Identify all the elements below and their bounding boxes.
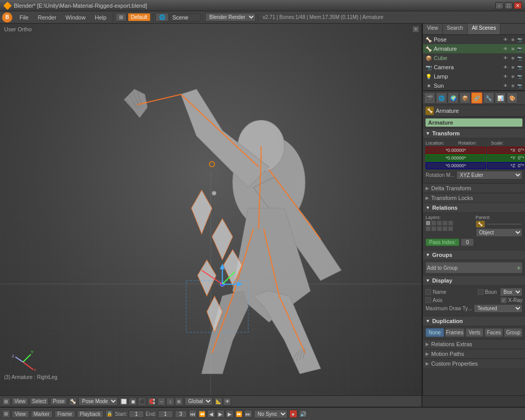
render-btn-cam[interactable]: 📷 [517,64,523,70]
layout-icon[interactable]: ⊞ [115,13,127,22]
outliner-item-pose[interactable]: 🦴 Pose 👁 ⊕ 📷 [423,35,525,44]
layer-3[interactable] [437,221,442,226]
rot-x-field[interactable] [487,147,525,154]
select-btn-arm[interactable]: ⊕ [510,46,516,52]
constraint-prop-icon[interactable]: 🔗 [471,92,482,104]
rot-y-field[interactable] [487,154,525,162]
pose-menu-btn[interactable]: Pose [50,397,67,405]
next-frame-btn[interactable]: ⏩ [235,410,243,418]
world-prop-icon[interactable]: 🌍 [448,92,459,104]
modifier-prop-icon[interactable]: 🔧 [483,92,494,104]
viewport-type-icon[interactable]: ⊞ [2,397,10,406]
transform-section-header[interactable]: ▼ Transform [423,128,525,138]
transform-1[interactable]: ↔ [157,397,166,406]
help-menu[interactable]: Help [91,13,111,22]
dup-none-btn[interactable]: None [426,328,444,337]
render-btn-cube[interactable]: 📷 [517,55,523,61]
viewport-options-button[interactable]: + [412,26,419,33]
viewport-shading-3[interactable]: ⬛ [138,397,146,406]
render-menu[interactable]: Render [34,13,60,22]
pass-index-input[interactable] [461,238,474,246]
minimize-button[interactable]: − [495,2,503,9]
overlay-2[interactable]: 👁 [223,397,231,406]
duplication-section-header[interactable]: ▼ Duplication [423,316,525,326]
viewport-shading-2[interactable]: ◼ [129,397,137,406]
rot-z-field[interactable] [487,162,525,169]
xray-checkbox[interactable] [501,297,507,303]
frame-end-input[interactable] [158,410,173,418]
visibility-btn-lamp[interactable]: 👁 [502,73,509,79]
layer-7[interactable] [431,226,436,231]
maximize-button[interactable]: □ [504,2,513,9]
groups-section-header[interactable]: ▼ Groups [423,250,525,260]
timeline-marker-btn[interactable]: Marker [31,410,53,418]
play-btn[interactable]: ▶ [216,410,225,418]
jump-end-btn[interactable]: ⏭ [244,410,252,418]
transform-locks-section[interactable]: ▶ Transform Locks [423,193,525,203]
dup-verts-btn[interactable]: Verts [466,328,484,337]
frame-start-input[interactable] [129,410,144,418]
loc-z-field[interactable] [426,162,486,169]
boun-checkbox[interactable] [478,289,483,295]
delta-transform-section[interactable]: ▶ Delta Transform [423,183,525,193]
timeline-view-btn[interactable]: View [12,410,29,418]
sync-select[interactable]: No Sync [254,410,288,418]
layer-4[interactable] [442,221,448,226]
snap-icon[interactable]: 🧲 [148,397,156,406]
next-keyframe-btn[interactable]: ▶ [226,410,234,418]
transform-2[interactable]: ↕ [166,397,174,406]
visibility-btn-cube[interactable]: 👁 [502,55,509,61]
layer-1[interactable] [426,221,431,226]
tab-all-scenes[interactable]: All Scenes [468,24,500,34]
visibility-btn[interactable]: 👁 [502,36,509,43]
select-btn-sun[interactable]: ⊕ [510,83,516,89]
select-btn-lamp[interactable]: ⊕ [510,73,516,79]
outliner-item-lamp[interactable]: 💡 Lamp 👁 ⊕ 📷 [423,72,525,81]
render-engine-select[interactable]: Blender Render [205,13,256,22]
custom-properties-section[interactable]: ▶ Custom Properties [423,358,525,368]
outliner-item-camera[interactable]: 📷 Camera 👁 ⊕ 📷 [423,63,525,72]
frame-current-input[interactable] [175,410,187,418]
audio-btn[interactable]: 🔊 [299,410,307,418]
pivot-select[interactable]: Global [185,397,213,406]
visibility-btn-cam[interactable]: 👁 [502,64,509,70]
loc-y-field[interactable] [426,154,486,162]
object-name-input[interactable] [426,118,522,127]
display-section-header[interactable]: ▼ Display [423,275,525,286]
relations-section-header[interactable]: ▼ Relations [423,203,525,213]
select-btn-cam[interactable]: ⊕ [510,64,516,70]
motion-paths-section[interactable]: ▶ Motion Paths [423,349,525,358]
outliner-item-cube[interactable]: 📦 Cube 👁 ⊕ 📷 [423,53,525,63]
axis-checkbox[interactable] [426,297,431,303]
overlay-1[interactable]: 📐 [214,397,223,406]
render-btn-lamp[interactable]: 📷 [517,73,523,79]
select-btn[interactable]: ⊕ [510,36,516,43]
name-checkbox[interactable] [426,289,431,295]
window-menu[interactable]: Window [62,13,90,22]
outliner-item-armature[interactable]: 🦴 Armature 👁 ⊕ 📷 [423,44,525,53]
rotation-mode-select[interactable]: XYZ Euler [456,171,522,179]
workspace-default[interactable]: Default [128,13,151,22]
scene-prop-icon[interactable]: 🌐 [436,92,447,104]
tab-search[interactable]: Search [443,24,468,34]
timeline-frame-btn[interactable]: Frame [54,410,75,418]
relations-extras-section[interactable]: ▶ Relations Extras [423,339,525,349]
tab-view[interactable]: View [423,24,443,34]
scene-input[interactable] [170,13,200,22]
prev-keyframe-btn[interactable]: ◀ [207,410,215,418]
loc-x-field[interactable] [426,147,486,154]
transform-3[interactable]: ⊕ [175,397,183,406]
timeline-playback-btn[interactable]: Playback [77,410,104,418]
render-btn-arm[interactable]: 📷 [517,46,523,52]
bounds-type-select[interactable]: Box [500,288,522,296]
close-button[interactable]: ✕ [514,2,522,9]
mode-select[interactable]: Pose Mode [78,397,118,406]
file-menu[interactable]: File [15,13,33,22]
render-btn-sun[interactable]: 📷 [517,83,523,89]
layer-9[interactable] [442,226,448,231]
object-prop-icon[interactable]: 📦 [459,92,471,104]
data-prop-icon[interactable]: 📊 [495,92,506,104]
select-menu-btn[interactable]: Select [30,397,49,405]
view-menu-btn[interactable]: View [12,397,28,405]
dup-faces-btn[interactable]: Faces [484,328,503,337]
